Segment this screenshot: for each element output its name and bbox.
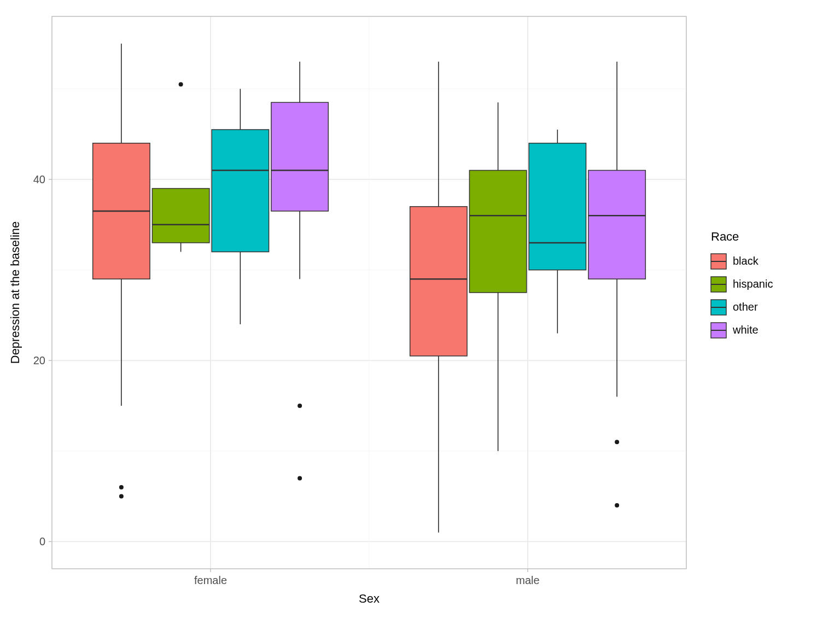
legend-label-hispanic: hispanic (733, 278, 773, 290)
x-tick-label: male (516, 574, 539, 586)
box-female-white (271, 102, 328, 211)
outlier-point (119, 494, 124, 499)
outlier-point (615, 503, 619, 508)
y-axis-title: Depression at the baseline (8, 221, 22, 364)
outlier-point (119, 485, 124, 489)
legend-label-white: white (732, 324, 759, 336)
boxplot-chart: 02040femalemaleSexDepression at the base… (0, 0, 840, 630)
box-male-other (529, 143, 586, 270)
outlier-point (615, 440, 619, 444)
legend-title: Race (711, 230, 739, 243)
legend-label-black: black (733, 255, 759, 267)
outlier-point (298, 404, 302, 408)
box-male-white (588, 170, 645, 279)
y-tick-label: 20 (33, 354, 45, 366)
legend: Raceblackhispanicotherwhite (711, 230, 773, 338)
x-tick-label: female (194, 574, 227, 586)
box-male-hispanic (469, 170, 526, 293)
legend-label-other: other (733, 301, 758, 313)
y-tick-label: 40 (33, 173, 45, 185)
box-female-other (212, 130, 269, 252)
outlier-point (179, 82, 183, 86)
x-axis-title: Sex (359, 592, 380, 605)
y-tick-label: 0 (39, 535, 45, 547)
box-female-hispanic (152, 189, 209, 243)
box-male-black (410, 207, 467, 356)
outlier-point (298, 476, 302, 480)
